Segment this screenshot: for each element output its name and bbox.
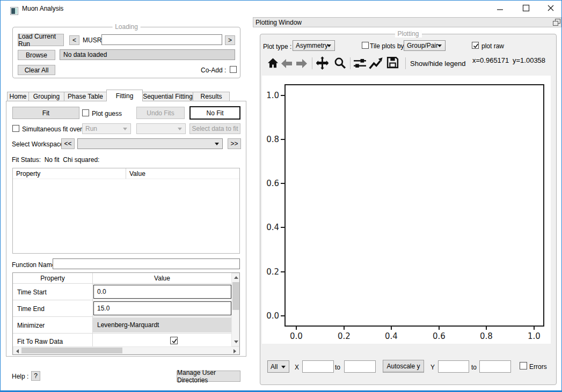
home-icon[interactable] bbox=[267, 57, 279, 71]
fit-state-button[interactable]: No Fit bbox=[189, 106, 240, 120]
workspace-select[interactable] bbox=[77, 138, 223, 149]
tab-fitting[interactable]: Fitting bbox=[106, 90, 143, 101]
manage-user-directories-button[interactable]: Manage User Directories bbox=[177, 371, 240, 382]
select-workspace-label: Select Workspace bbox=[12, 140, 64, 148]
tile-plots-label: Tile plots by: bbox=[370, 42, 406, 50]
float-icon[interactable] bbox=[553, 19, 560, 26]
autoscale-y-button[interactable]: Autoscale y bbox=[383, 360, 424, 373]
tab-phase-table[interactable]: Phase Table bbox=[64, 92, 107, 101]
scroll-left-icon[interactable] bbox=[16, 349, 19, 353]
dock-title: Plotting Window bbox=[256, 19, 302, 26]
minimizer-select[interactable]: Levenberg-Marquardt bbox=[93, 317, 231, 332]
checkmark-icon bbox=[472, 42, 479, 49]
plot-scope-select[interactable]: All bbox=[267, 360, 289, 373]
simultaneous-over-select: Run bbox=[82, 123, 131, 134]
y-tick bbox=[281, 315, 284, 316]
settings-property-header: Property bbox=[13, 273, 92, 284]
instrument-label: MUSR bbox=[83, 36, 101, 44]
fit-status-text: Fit Status: No fit Chi squared: bbox=[12, 156, 99, 164]
function-name-input[interactable] bbox=[53, 258, 240, 269]
x-tick-label: 0.4 bbox=[382, 331, 401, 341]
x-tick bbox=[391, 327, 392, 330]
x-range-label: X bbox=[295, 364, 299, 371]
tile-by-select[interactable]: Group/Pair bbox=[404, 40, 446, 51]
row-property: Fit To Raw Data bbox=[17, 338, 63, 345]
coadd-checkbox[interactable] bbox=[230, 66, 237, 73]
maximize-icon[interactable] bbox=[518, 3, 534, 13]
save-icon[interactable] bbox=[386, 56, 399, 71]
chevron-down-icon bbox=[215, 143, 219, 145]
errors-checkbox[interactable] bbox=[520, 362, 527, 369]
time-start-input[interactable]: 0.0 bbox=[93, 285, 231, 299]
tile-by-value: Group/Pair bbox=[407, 42, 438, 49]
x-tick bbox=[344, 327, 345, 330]
x-tick bbox=[439, 327, 440, 330]
previous-run-button[interactable]: < bbox=[69, 35, 79, 45]
undo-fits-button: Undo Fits bbox=[136, 107, 185, 119]
back-icon[interactable] bbox=[280, 58, 293, 70]
scroll-right-icon[interactable] bbox=[233, 349, 236, 353]
x-tick-label: 1.0 bbox=[524, 331, 544, 341]
tab-home[interactable]: Home bbox=[7, 92, 29, 101]
help-button[interactable]: ? bbox=[31, 371, 40, 381]
axes-frame bbox=[284, 84, 544, 327]
subplots-icon[interactable] bbox=[353, 57, 367, 71]
x-to-input[interactable] bbox=[344, 360, 376, 373]
simultaneous-over-value: Run bbox=[85, 125, 97, 132]
clear-all-button[interactable]: Clear All bbox=[18, 65, 55, 75]
fit-parameter-table[interactable]: Property Value bbox=[12, 168, 240, 254]
x-tick bbox=[534, 327, 535, 330]
workspace-prev-button[interactable]: << bbox=[61, 138, 75, 149]
plot-raw-checkbox[interactable] bbox=[472, 42, 479, 49]
show-hide-legend-button[interactable]: Show/hide legend bbox=[410, 60, 465, 68]
horizontal-scrollbar[interactable] bbox=[13, 346, 239, 354]
plot-type-value: Asymmetry bbox=[296, 42, 328, 49]
fit-to-raw-data-checkbox[interactable] bbox=[170, 337, 178, 344]
table-row: Minimizer Levenberg-Marquardt bbox=[13, 317, 239, 334]
plot-canvas[interactable]: 1.0 0.8 0.6 0.4 0.2 0.0 0.0 0.2 0.4 0.6 … bbox=[262, 76, 551, 344]
tab-sequential-fitting[interactable]: Sequential Fitting bbox=[142, 92, 193, 101]
close-icon[interactable] bbox=[543, 3, 559, 13]
x-tick-label: 0.8 bbox=[477, 331, 496, 341]
plot-guess-checkbox[interactable] bbox=[82, 109, 89, 116]
plot-type-select[interactable]: Asymmetry bbox=[293, 40, 335, 51]
run-number-input[interactable] bbox=[101, 34, 222, 45]
tab-grouping[interactable]: Grouping bbox=[28, 92, 64, 101]
browse-button[interactable]: Browse bbox=[18, 50, 55, 60]
simultaneous-fit-checkbox[interactable] bbox=[12, 125, 19, 132]
workspace-next-button[interactable]: >> bbox=[228, 138, 241, 149]
cursor-y-readout: y=1.00358 bbox=[513, 56, 545, 64]
scroll-up-icon[interactable] bbox=[234, 276, 238, 279]
fit-settings-table[interactable]: Property Value Time Start 0.0 Time End 1… bbox=[12, 272, 240, 355]
row-property: Time End bbox=[17, 305, 45, 313]
zoom-icon[interactable] bbox=[333, 56, 347, 71]
scrollbar-thumb[interactable] bbox=[232, 282, 239, 310]
tab-results[interactable]: Results bbox=[193, 92, 230, 101]
function-name-label: Function Name bbox=[12, 261, 55, 269]
table-row: Time Start 0.0 bbox=[13, 284, 239, 300]
fit-button[interactable]: Fit bbox=[12, 107, 79, 119]
y-tick-label: 0.4 bbox=[262, 223, 279, 232]
x-from-input[interactable] bbox=[302, 360, 334, 373]
time-end-input[interactable]: 15.0 bbox=[93, 301, 231, 315]
tile-plots-checkbox[interactable] bbox=[362, 42, 369, 49]
customize-icon[interactable] bbox=[369, 56, 383, 71]
minimize-icon[interactable] bbox=[492, 3, 508, 13]
y-tick-label: 0.6 bbox=[262, 179, 279, 188]
dock-titlebar[interactable]: Plotting Window bbox=[253, 17, 561, 27]
vertical-scrollbar[interactable] bbox=[231, 273, 239, 346]
y-from-input[interactable] bbox=[438, 360, 469, 373]
y-to-input[interactable] bbox=[479, 360, 511, 373]
forward-icon[interactable] bbox=[295, 58, 308, 70]
scroll-down-icon[interactable] bbox=[234, 341, 238, 343]
scrollbar-thumb[interactable] bbox=[21, 347, 122, 353]
next-run-button[interactable]: > bbox=[225, 35, 235, 45]
load-current-run-button[interactable]: Load Current Run bbox=[18, 34, 64, 46]
row-property: Time Start bbox=[17, 289, 47, 296]
x-tick-label: 0.6 bbox=[429, 331, 449, 341]
pan-icon[interactable] bbox=[315, 56, 330, 72]
errors-label: Errors bbox=[529, 363, 547, 371]
chevron-down-icon bbox=[437, 45, 442, 47]
param-value-header: Value bbox=[126, 168, 239, 179]
plot-raw-label: plot raw bbox=[481, 42, 504, 50]
